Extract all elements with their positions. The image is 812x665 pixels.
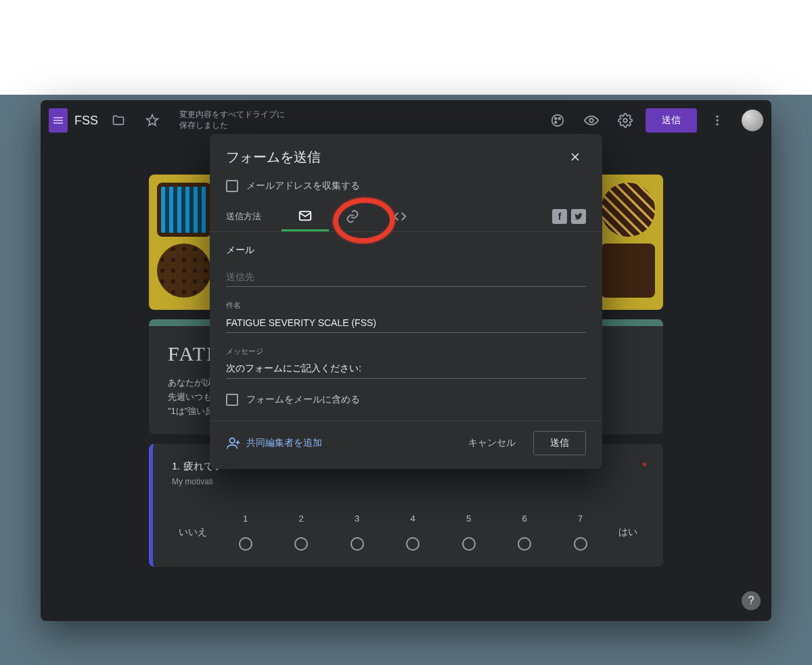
tab-link[interactable] bbox=[329, 202, 376, 231]
twitter-icon[interactable] bbox=[571, 209, 586, 224]
facebook-icon[interactable]: f bbox=[552, 209, 567, 224]
tab-email[interactable] bbox=[281, 202, 329, 231]
recipient-field-group bbox=[210, 263, 602, 296]
subject-label: 件名 bbox=[226, 300, 586, 311]
send-method-tabs: 送信方法 f bbox=[210, 202, 602, 232]
message-field-group: メッセージ bbox=[210, 342, 602, 388]
modal-send-button[interactable]: 送信 bbox=[533, 431, 586, 455]
message-input[interactable] bbox=[226, 359, 586, 379]
include-form-label: フォームをメールに含める bbox=[246, 394, 360, 406]
cancel-button[interactable]: キャンセル bbox=[460, 432, 524, 455]
add-collaborators-button[interactable]: 共同編集者を追加 bbox=[226, 436, 322, 451]
tab-embed[interactable] bbox=[376, 202, 424, 231]
collect-email-checkbox-row: メールアドレスを収集する bbox=[210, 175, 602, 202]
collect-email-label: メールアドレスを収集する bbox=[246, 180, 360, 192]
help-icon[interactable]: ? bbox=[742, 591, 761, 610]
message-label: メッセージ bbox=[226, 346, 586, 357]
add-collaborators-label: 共同編集者を追加 bbox=[246, 437, 322, 449]
subject-field-group: 件名 bbox=[210, 296, 602, 342]
send-method-label: 送信方法 bbox=[226, 210, 261, 223]
recipient-input[interactable] bbox=[226, 267, 586, 287]
collect-email-checkbox[interactable] bbox=[226, 180, 238, 192]
google-forms-editor: FSS 変更内容をすべてドライブに 保存しました 送信 bbox=[41, 100, 771, 621]
modal-title: フォームを送信 bbox=[226, 148, 321, 166]
page-top-whitespace bbox=[0, 0, 812, 95]
subject-input[interactable] bbox=[226, 313, 586, 333]
close-icon[interactable] bbox=[564, 146, 586, 168]
include-form-checkbox[interactable] bbox=[226, 394, 238, 406]
include-form-row: フォームをメールに含める bbox=[210, 388, 602, 415]
mail-section-title: メール bbox=[210, 232, 602, 263]
modal-footer: 共同編集者を追加 キャンセル 送信 bbox=[210, 421, 602, 469]
send-form-modal: フォームを送信 メールアドレスを収集する 送信方法 f bbox=[210, 134, 602, 469]
svg-point-10 bbox=[230, 438, 235, 443]
